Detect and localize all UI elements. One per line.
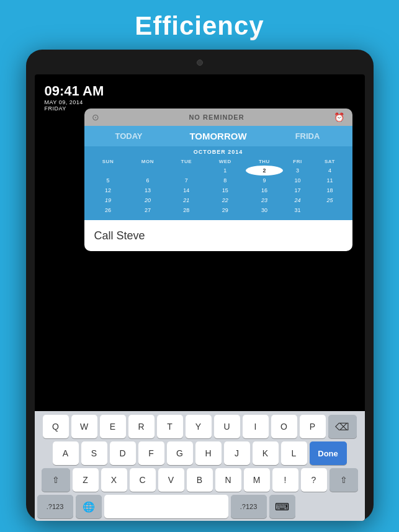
- cal-day[interactable]: 27: [127, 205, 168, 215]
- cal-day[interactable]: 24: [283, 195, 313, 205]
- cal-day[interactable]: 7: [168, 175, 204, 185]
- cal-day[interactable]: 5: [89, 175, 127, 185]
- cal-day[interactable]: 16: [246, 185, 283, 195]
- keyboard-row-1: QWERTYUIOP⌫: [37, 415, 362, 438]
- key-v[interactable]: V: [158, 468, 184, 492]
- calendar-grid: SUNMONTUEWEDTHUFRISAT 123456789101112131…: [89, 157, 347, 215]
- calendar-month: OCTOBER 2014: [89, 149, 347, 155]
- cal-day[interactable]: 21: [168, 195, 204, 205]
- cal-day: [127, 166, 168, 175]
- key-s[interactable]: S: [81, 441, 107, 465]
- key-k[interactable]: K: [253, 441, 279, 465]
- no-reminder-text: NO REMINDER: [99, 113, 334, 121]
- key-h[interactable]: H: [195, 441, 222, 465]
- key-w[interactable]: W: [71, 415, 97, 438]
- day-picker[interactable]: TODAY TOMORROW FRIDA: [84, 126, 352, 146]
- cal-day[interactable]: 3: [283, 166, 313, 175]
- cal-day[interactable]: 4: [312, 166, 347, 175]
- day-friday[interactable]: FRIDA: [263, 131, 352, 141]
- key-shift-left[interactable]: ⇧: [42, 468, 70, 492]
- key-j[interactable]: J: [224, 441, 250, 465]
- cal-day: [89, 166, 127, 175]
- cal-day[interactable]: 20: [127, 195, 168, 205]
- cal-day[interactable]: 17: [283, 185, 313, 195]
- cal-header-mon: MON: [127, 157, 168, 166]
- cal-day[interactable]: 22: [204, 195, 246, 205]
- day-today[interactable]: TODAY: [84, 131, 174, 141]
- keyboard-row-2: ASDFGHJKLDone: [37, 441, 362, 465]
- key-d[interactable]: D: [110, 441, 136, 465]
- key-b[interactable]: B: [187, 468, 213, 492]
- cal-header-sun: SUN: [89, 157, 127, 166]
- key-f[interactable]: F: [138, 441, 164, 465]
- task-input-area[interactable]: Call Steve: [84, 220, 352, 251]
- reminder-modal: ⊙ NO REMINDER ⏰ TODAY TOMORROW FRIDA OCT…: [84, 109, 352, 251]
- clock-icon: ⏰: [334, 112, 345, 122]
- task-text: Call Steve: [94, 229, 145, 242]
- cal-day[interactable]: 14: [168, 185, 204, 195]
- cal-day[interactable]: 9: [246, 175, 283, 185]
- key-z[interactable]: Z: [73, 468, 99, 492]
- keyboard-area: QWERTYUIOP⌫ ASDFGHJKLDone ⇧ZXCVBNM!?⇧ .?…: [35, 411, 365, 521]
- cal-header-fri: FRI: [283, 157, 313, 166]
- key-l[interactable]: L: [281, 441, 307, 465]
- key-special-right[interactable]: .?123: [231, 495, 267, 518]
- no-reminder-bar[interactable]: ⊙ NO REMINDER ⏰: [84, 109, 352, 126]
- key-special-left[interactable]: .?123: [37, 495, 73, 518]
- key-e[interactable]: E: [100, 415, 126, 438]
- cal-day[interactable]: 23: [246, 195, 283, 205]
- key-o[interactable]: O: [271, 415, 297, 438]
- key-t[interactable]: T: [157, 415, 183, 438]
- cal-day[interactable]: 13: [127, 185, 168, 195]
- key-globe[interactable]: 🌐: [76, 495, 102, 518]
- key-r[interactable]: R: [128, 415, 155, 438]
- cal-day[interactable]: 12: [89, 185, 127, 195]
- cal-day[interactable]: 28: [168, 205, 204, 215]
- key-p[interactable]: P: [300, 415, 326, 438]
- cal-day[interactable]: 18: [312, 185, 347, 195]
- status-date-line1: MAY 09, 2014: [45, 99, 104, 105]
- calendar-section: OCTOBER 2014 SUNMONTUEWEDTHUFRISAT 12345…: [84, 146, 352, 220]
- cal-day[interactable]: 26: [89, 205, 127, 215]
- day-tomorrow[interactable]: TOMORROW: [174, 131, 263, 141]
- key-a[interactable]: A: [53, 441, 79, 465]
- key-x[interactable]: X: [101, 468, 127, 492]
- cal-day[interactable]: 1: [204, 166, 246, 175]
- alert-icon: ⊙: [92, 112, 100, 122]
- keyboard-bottom-row: .?123 🌐 .?123 ⌨: [37, 495, 362, 518]
- cal-header-thu: THU: [246, 157, 283, 166]
- key-q[interactable]: Q: [43, 415, 69, 438]
- cal-header-sat: SAT: [312, 157, 347, 166]
- cal-day[interactable]: 29: [204, 205, 246, 215]
- cal-day[interactable]: 25: [312, 195, 347, 205]
- cal-day: [168, 166, 204, 175]
- cal-day[interactable]: 10: [283, 175, 313, 185]
- key-done[interactable]: Done: [310, 441, 347, 465]
- key-g[interactable]: G: [167, 441, 193, 465]
- key-hide-keyboard[interactable]: ⌨: [269, 495, 295, 518]
- cal-header-wed: WED: [204, 157, 246, 166]
- cal-day[interactable]: 30: [246, 205, 283, 215]
- camera-dot: [197, 60, 203, 66]
- cal-day[interactable]: 15: [204, 185, 246, 195]
- key-i[interactable]: I: [243, 415, 269, 438]
- key-c[interactable]: C: [130, 468, 156, 492]
- cal-day[interactable]: 11: [312, 175, 347, 185]
- key-![interactable]: !: [272, 468, 298, 492]
- page-title: Efficiency: [135, 11, 264, 41]
- key-u[interactable]: U: [214, 415, 240, 438]
- key-y[interactable]: Y: [186, 415, 212, 438]
- key-n[interactable]: N: [215, 468, 241, 492]
- key-backspace[interactable]: ⌫: [328, 415, 357, 438]
- cal-day[interactable]: 8: [204, 175, 246, 185]
- key-?[interactable]: ?: [301, 468, 327, 492]
- key-space[interactable]: [104, 495, 228, 518]
- status-bar: 09:41 AM MAY 09, 2014 FRIDAY: [45, 83, 104, 112]
- cal-day[interactable]: 6: [127, 175, 168, 185]
- cal-header-tue: TUE: [168, 157, 204, 166]
- key-shift-right[interactable]: ⇧: [330, 468, 358, 492]
- key-m[interactable]: M: [244, 468, 270, 492]
- cal-day[interactable]: 2: [246, 166, 283, 175]
- cal-day[interactable]: 19: [89, 195, 127, 205]
- cal-day[interactable]: 31: [283, 205, 313, 215]
